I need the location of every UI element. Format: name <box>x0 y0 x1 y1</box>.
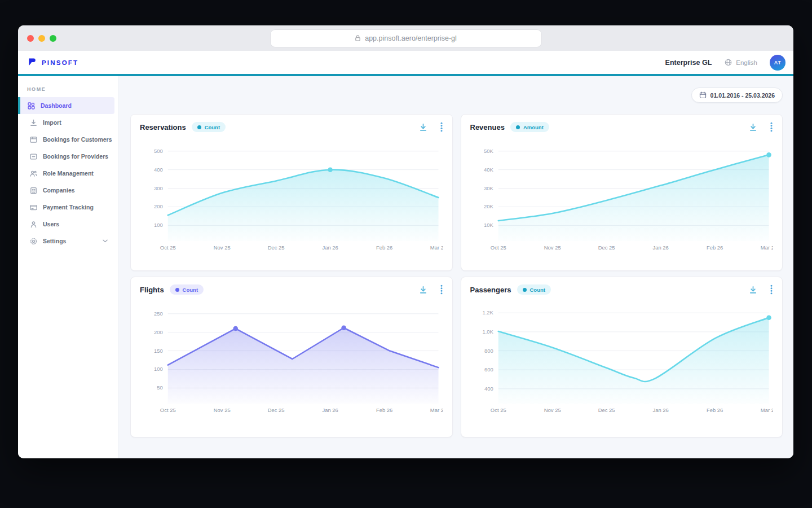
svg-text:Nov 25: Nov 25 <box>544 407 561 413</box>
legend-dot-icon <box>516 125 520 129</box>
sidebar-item-settings[interactable]: Settings <box>18 233 114 249</box>
sidebar-item-bookings-for-providers[interactable]: Bookings for Providers <box>18 148 114 165</box>
companies-icon <box>29 186 38 195</box>
card-flights: Flights Count 25020015010050Oct 25Nov 25… <box>130 277 453 437</box>
traffic-lights <box>27 35 56 42</box>
svg-text:Oct 25: Oct 25 <box>490 407 506 413</box>
svg-text:100: 100 <box>154 366 163 372</box>
kebab-menu-button[interactable] <box>440 122 443 132</box>
address-bar[interactable]: app.pinsoft.aero/enterprise-gl <box>271 30 541 47</box>
svg-text:Oct 25: Oct 25 <box>490 244 506 251</box>
sidebar-item-label: Role Management <box>43 170 94 177</box>
date-range-text: 01.01.2016 - 25.03.2026 <box>710 92 775 99</box>
brand-name: PINSOFT <box>42 59 78 66</box>
svg-text:Oct 25: Oct 25 <box>160 407 176 413</box>
sidebar-item-users[interactable]: Users <box>18 216 114 233</box>
svg-text:Nov 25: Nov 25 <box>544 244 561 251</box>
svg-text:500: 500 <box>154 148 163 154</box>
svg-text:Jan 26: Jan 26 <box>322 407 338 413</box>
bookings-providers-icon <box>29 152 38 161</box>
svg-text:Jan 26: Jan 26 <box>652 407 668 413</box>
svg-text:1.2K: 1.2K <box>482 309 493 316</box>
dashboard-icon <box>27 102 36 110</box>
app-header: PINSOFT Enterprise GL English AT <box>18 51 793 76</box>
sidebar-item-import[interactable]: Import <box>18 114 114 131</box>
sidebar-item-label: Payment Tracking <box>43 204 94 211</box>
download-button[interactable] <box>418 122 428 132</box>
sidebar-item-role-management[interactable]: Role Management <box>18 165 114 182</box>
chevron-down-icon <box>103 239 108 243</box>
sidebar-item-label: Bookings for Customers <box>43 136 112 143</box>
download-button[interactable] <box>748 122 758 132</box>
sidebar-item-label: Users <box>43 221 59 227</box>
card-revenues: Revenues Amount 50K40K30K20K10KOct 25Nov… <box>461 114 783 271</box>
svg-text:Mar 26: Mar 26 <box>760 407 773 413</box>
svg-text:Mar 26: Mar 26 <box>430 407 443 413</box>
sidebar-item-label: Import <box>43 119 61 126</box>
language-label: English <box>736 59 757 66</box>
card-title: Revenues <box>470 123 505 132</box>
settings-icon <box>29 237 38 246</box>
sidebar: HOME Dashboard Import Bookings for Custo… <box>18 76 118 458</box>
revenues-chart: 50K40K30K20K10KOct 25Nov 25Dec 25Jan 26F… <box>470 134 774 255</box>
users-icon <box>29 220 38 229</box>
svg-text:Dec 25: Dec 25 <box>268 407 285 413</box>
cards-grid: Reservations Count 500400300200100Oct 25… <box>130 114 783 437</box>
sidebar-item-payment-tracking[interactable]: Payment Tracking <box>18 199 114 216</box>
svg-text:300: 300 <box>154 185 163 191</box>
sidebar-item-label: Settings <box>43 238 66 244</box>
svg-text:Feb 26: Feb 26 <box>376 407 392 413</box>
reservations-chart: 500400300200100Oct 25Nov 25Dec 25Jan 26F… <box>140 134 443 255</box>
pinsoft-logo-icon <box>27 57 38 68</box>
brand-logo[interactable]: PINSOFT <box>27 57 78 68</box>
url-text: app.pinsoft.aero/enterprise-gl <box>365 34 457 42</box>
card-reservations: Reservations Count 500400300200100Oct 25… <box>130 114 453 271</box>
sidebar-item-label: Dashboard <box>41 102 72 109</box>
sidebar-item-dashboard[interactable]: Dashboard <box>18 97 114 114</box>
svg-text:Feb 26: Feb 26 <box>706 244 722 251</box>
card-title: Reservations <box>140 123 186 132</box>
svg-text:100: 100 <box>154 222 163 228</box>
svg-text:200: 200 <box>154 329 163 335</box>
globe-icon <box>724 58 732 67</box>
sidebar-item-bookings-for-customers[interactable]: Bookings for Customers <box>18 131 114 148</box>
download-button[interactable] <box>418 285 428 295</box>
maximize-window-button[interactable] <box>50 35 56 42</box>
language-selector[interactable]: English <box>724 58 757 67</box>
svg-text:400: 400 <box>154 167 163 173</box>
svg-text:Feb 26: Feb 26 <box>706 407 722 413</box>
svg-text:250: 250 <box>154 310 163 317</box>
svg-text:Feb 26: Feb 26 <box>376 244 392 251</box>
avatar[interactable]: AT <box>770 55 785 71</box>
sidebar-section-label: HOME <box>18 82 118 97</box>
svg-text:600: 600 <box>484 366 493 373</box>
legend-badge: Amount <box>510 122 549 132</box>
svg-text:Mar 26: Mar 26 <box>430 244 443 251</box>
svg-text:150: 150 <box>154 348 163 354</box>
download-button[interactable] <box>748 285 758 295</box>
calendar-icon <box>699 91 707 99</box>
bookings-customers-icon <box>29 135 38 144</box>
legend-dot-icon <box>175 288 179 292</box>
legend-dot-icon <box>197 125 201 129</box>
lock-icon <box>355 34 361 42</box>
kebab-menu-button[interactable] <box>770 284 773 295</box>
svg-text:Dec 25: Dec 25 <box>268 244 285 251</box>
svg-text:Jan 26: Jan 26 <box>322 244 338 251</box>
kebab-menu-button[interactable] <box>440 284 443 295</box>
workspace-name: Enterprise GL <box>665 59 712 67</box>
svg-text:400: 400 <box>484 386 493 392</box>
sidebar-item-companies[interactable]: Companies <box>18 182 114 199</box>
browser-chrome: app.pinsoft.aero/enterprise-gl <box>18 25 793 51</box>
svg-text:Dec 25: Dec 25 <box>598 244 615 251</box>
svg-text:Mar 26: Mar 26 <box>760 244 773 251</box>
legend-dot-icon <box>523 288 527 292</box>
minimize-window-button[interactable] <box>38 35 45 42</box>
svg-text:50: 50 <box>157 384 163 391</box>
svg-text:Nov 25: Nov 25 <box>214 244 231 251</box>
svg-text:50K: 50K <box>484 148 493 154</box>
kebab-menu-button[interactable] <box>770 122 773 132</box>
close-window-button[interactable] <box>27 35 34 42</box>
date-range-picker[interactable]: 01.01.2016 - 25.03.2026 <box>691 87 783 103</box>
flights-chart: 25020015010050Oct 25Nov 25Dec 25Jan 26Fe… <box>140 297 443 418</box>
